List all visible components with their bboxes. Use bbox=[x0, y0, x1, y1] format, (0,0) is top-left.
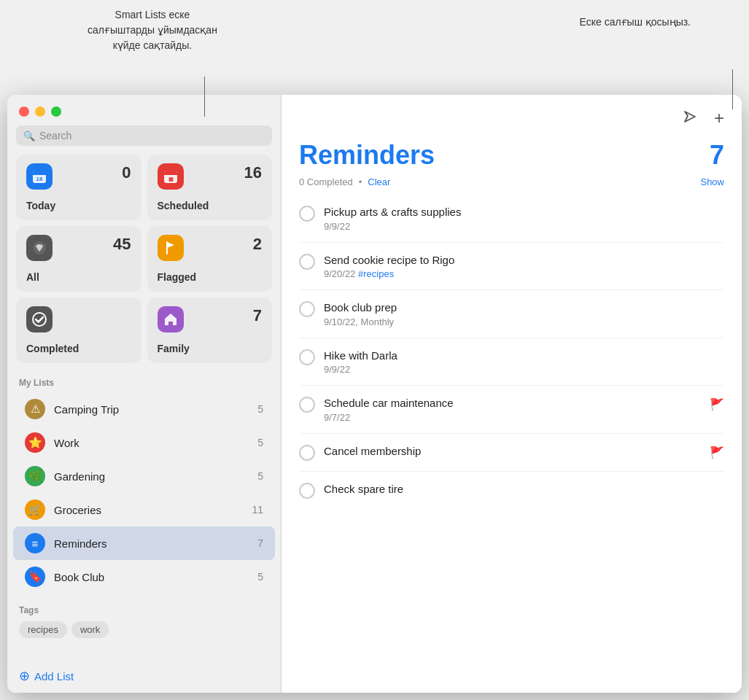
camping-list-name: Camping Trip bbox=[54, 403, 249, 416]
flag-icon: 🚩 bbox=[710, 397, 724, 411]
main-content: + Reminders 7 0 Completed • Clear Show P… bbox=[282, 95, 742, 693]
sidebar-item-bookclub[interactable]: 🔖 Book Club 5 bbox=[13, 560, 275, 594]
annotation-left-line bbox=[204, 77, 205, 117]
svg-rect-2 bbox=[33, 174, 46, 175]
smart-card-today[interactable]: 18 0 Today bbox=[16, 155, 141, 220]
completed-label: Completed bbox=[26, 343, 131, 354]
reminder-body: Hike with Darla 9/9/22 bbox=[324, 349, 724, 376]
reminder-subtitle: 9/20/22 #recipes bbox=[324, 268, 724, 279]
add-list-plus-icon: ⊕ bbox=[19, 668, 30, 684]
today-label: Today bbox=[26, 200, 131, 211]
sidebar-item-groceries[interactable]: 🛒 Groceries 11 bbox=[13, 493, 275, 526]
groceries-list-count: 11 bbox=[252, 504, 263, 516]
reminders-list-name: Reminders bbox=[54, 537, 249, 550]
reminder-checkbox-2[interactable] bbox=[299, 254, 315, 270]
reminder-title: Check spare tire bbox=[324, 482, 724, 497]
reminder-item-5: Schedule car maintenance 9/7/22 🚩 bbox=[299, 386, 724, 434]
sidebar: 🔍 Search 18 0 Today bbox=[7, 95, 281, 693]
reminder-body: Book club prep 9/10/22, Monthly bbox=[324, 300, 724, 327]
camping-list-icon: ⚠ bbox=[25, 399, 45, 419]
completed-bar: 0 Completed • Clear Show bbox=[282, 174, 742, 195]
bookclub-list-name: Book Club bbox=[54, 571, 249, 583]
traffic-lights bbox=[7, 95, 281, 122]
flag-icon: 🚩 bbox=[710, 446, 724, 459]
svg-rect-6 bbox=[164, 174, 177, 175]
family-count: 7 bbox=[253, 306, 262, 325]
add-reminder-button[interactable]: + bbox=[711, 105, 727, 131]
reminder-checkbox-1[interactable] bbox=[299, 206, 315, 222]
search-bar[interactable]: 🔍 Search bbox=[16, 125, 272, 146]
groceries-list-icon: 🛒 bbox=[25, 499, 45, 520]
smart-card-scheduled[interactable]: ▦ 16 Scheduled bbox=[147, 155, 273, 220]
main-count: 7 bbox=[710, 140, 724, 171]
reminder-checkbox-7[interactable] bbox=[299, 483, 315, 499]
smart-grid: 18 0 Today ▦ bbox=[7, 155, 281, 363]
reminder-title: Hike with Darla bbox=[324, 349, 724, 363]
reminder-body: Cancel membership bbox=[324, 444, 701, 459]
lists-container: ⚠ Camping Trip 5 ⭐ Work 5 🌿 Gardening 5 … bbox=[7, 392, 281, 594]
svg-text:▦: ▦ bbox=[168, 176, 173, 182]
reminders-list: Pickup arts & crafts supplies 9/9/22 Sen… bbox=[282, 195, 742, 693]
search-icon: 🔍 bbox=[23, 131, 35, 141]
gardening-list-icon: 🌿 bbox=[25, 466, 45, 486]
tag-chip[interactable]: work bbox=[71, 621, 109, 638]
groceries-list-name: Groceries bbox=[54, 504, 243, 516]
all-icon bbox=[26, 235, 53, 261]
search-input: Search bbox=[39, 130, 265, 141]
scheduled-count: 16 bbox=[244, 163, 262, 182]
reminder-body: Send cookie recipe to Rigo 9/20/22 #reci… bbox=[324, 253, 724, 280]
reminder-checkbox-4[interactable] bbox=[299, 349, 315, 365]
smart-card-all[interactable]: 45 All bbox=[16, 226, 141, 292]
work-list-name: Work bbox=[54, 437, 249, 449]
tags-chips: recipes work bbox=[7, 615, 281, 638]
reminder-item-4: Hike with Darla 9/9/22 bbox=[299, 338, 724, 386]
family-label: Family bbox=[158, 343, 263, 354]
reminder-subtitle: 9/7/22 bbox=[324, 412, 701, 423]
reminder-checkbox-3[interactable] bbox=[299, 301, 315, 317]
app-window: 🔍 Search 18 0 Today bbox=[7, 95, 742, 693]
tags-section-title: Tags bbox=[7, 594, 281, 615]
smart-card-family[interactable]: 7 Family bbox=[147, 298, 273, 363]
svg-text:18: 18 bbox=[36, 176, 43, 182]
close-button[interactable] bbox=[19, 106, 29, 117]
add-list-button[interactable]: ⊕ Add List bbox=[7, 659, 281, 693]
reminder-title: Book club prep bbox=[324, 300, 724, 315]
flagged-count: 2 bbox=[253, 235, 262, 254]
today-count: 0 bbox=[122, 163, 131, 182]
svg-point-9 bbox=[33, 313, 46, 326]
sidebar-item-camping[interactable]: ⚠ Camping Trip 5 bbox=[13, 392, 275, 426]
sidebar-item-reminders[interactable]: ≡ Reminders 7 bbox=[13, 526, 275, 560]
flagged-icon bbox=[158, 235, 184, 261]
sidebar-item-work[interactable]: ⭐ Work 5 bbox=[13, 426, 275, 459]
reminder-body: Schedule car maintenance 9/7/22 bbox=[324, 396, 701, 423]
reminder-subtitle: 9/9/22 bbox=[324, 364, 724, 375]
flagged-label: Flagged bbox=[158, 271, 263, 283]
show-link[interactable]: Show bbox=[700, 176, 724, 187]
annotation-right-line bbox=[732, 69, 733, 109]
reminder-title: Pickup arts & crafts supplies bbox=[324, 205, 724, 219]
completed-label: 0 Completed bbox=[299, 176, 353, 187]
maximize-button[interactable] bbox=[51, 106, 61, 117]
reminder-item-3: Book club prep 9/10/22, Monthly bbox=[299, 290, 724, 338]
reminder-title: Cancel membership bbox=[324, 444, 701, 459]
tooltip-right: Еске салғыш қосыңыз. bbox=[580, 7, 691, 30]
reminder-item-7: Check spare tire bbox=[299, 472, 724, 509]
add-list-label: Add List bbox=[34, 670, 74, 682]
bookclub-list-icon: 🔖 bbox=[25, 567, 45, 587]
tag-chip[interactable]: recipes bbox=[19, 621, 67, 638]
reminder-item-6: Cancel membership 🚩 bbox=[299, 434, 724, 472]
reminder-checkbox-6[interactable] bbox=[299, 445, 315, 461]
clear-link[interactable]: Clear bbox=[368, 176, 390, 187]
work-list-count: 5 bbox=[257, 437, 263, 448]
main-title: Reminders bbox=[299, 140, 435, 171]
main-header: Reminders 7 bbox=[282, 137, 742, 174]
smart-card-flagged[interactable]: 2 Flagged bbox=[147, 226, 273, 292]
minimize-button[interactable] bbox=[35, 106, 45, 117]
smart-card-completed[interactable]: Completed bbox=[16, 298, 141, 363]
share-button[interactable] bbox=[679, 106, 701, 131]
reminder-body: Check spare tire bbox=[324, 482, 724, 497]
reminder-checkbox-5[interactable] bbox=[299, 397, 315, 413]
sidebar-item-gardening[interactable]: 🌿 Gardening 5 bbox=[13, 459, 275, 493]
all-label: All bbox=[26, 271, 131, 283]
reminder-subtitle: 9/9/22 bbox=[324, 221, 724, 232]
